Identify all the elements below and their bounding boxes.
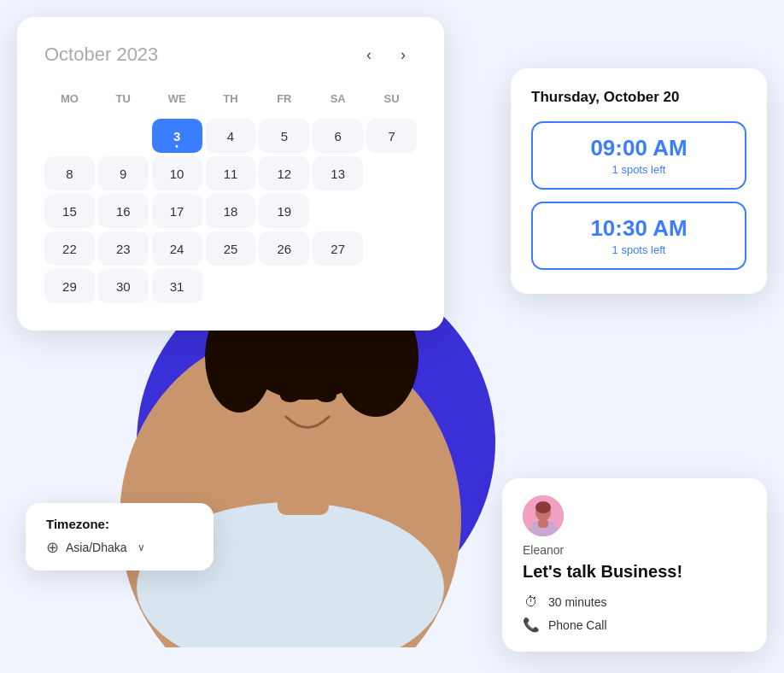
timeslots-card: Thursday, October 20 09:00 AM 1 spots le… <box>511 68 767 294</box>
day-header-th: TH <box>206 89 256 115</box>
day-cell-16[interactable]: 16 <box>98 194 149 228</box>
day-cell-10[interactable]: 10 <box>152 156 202 190</box>
globe-icon: ⊕ <box>46 538 59 557</box>
day-cell-19[interactable]: 19 <box>259 194 309 228</box>
timeslot-1-time: 09:00 AM <box>533 135 745 161</box>
day-cell-25[interactable]: 25 <box>206 231 256 266</box>
day-header-tu: TU <box>98 89 149 115</box>
timezone-label: Timezone: <box>46 517 193 531</box>
day-cell-27[interactable]: 27 <box>313 231 363 266</box>
timezone-value: Asia/Dhaka <box>66 541 127 554</box>
svg-point-16 <box>535 501 551 513</box>
meeting-type-text: Phone Call <box>548 618 607 632</box>
meeting-card: Eleanor Let's talk Business! ⏱ 30 minute… <box>502 478 767 652</box>
day-cell-17[interactable]: 17 <box>152 194 202 228</box>
day-cell-empty-6 <box>366 269 417 303</box>
timeslots-date: Thursday, October 20 <box>531 89 746 106</box>
day-cell-18[interactable]: 18 <box>206 194 256 228</box>
day-header-fr: FR <box>259 89 309 115</box>
timeslot-1-spots: 1 spots left <box>533 163 745 176</box>
day-header-sa: SA <box>313 89 363 115</box>
day-cell-24[interactable]: 24 <box>152 231 202 266</box>
day-cell-26[interactable]: 26 <box>259 231 309 266</box>
day-cell-4[interactable]: 4 <box>206 119 256 153</box>
day-cell-21-cut <box>366 194 417 228</box>
day-cell-6[interactable]: 6 <box>313 119 363 153</box>
day-cell-14-cut <box>366 156 417 190</box>
calendar-card: October 2023 ‹ › MO TU WE TH FR SA SU 3 … <box>17 17 444 331</box>
calendar-month: October <box>44 44 111 65</box>
timezone-selector[interactable]: ⊕ Asia/Dhaka ∨ <box>46 538 193 557</box>
day-header-su: SU <box>366 89 417 115</box>
day-cell-22[interactable]: 22 <box>44 231 95 266</box>
day-cell-8[interactable]: 8 <box>44 156 95 190</box>
day-cell-31[interactable]: 31 <box>152 269 202 303</box>
timeslot-2[interactable]: 10:30 AM 1 spots left <box>531 202 746 270</box>
day-cell-empty-2 <box>98 119 149 153</box>
svg-point-13 <box>316 389 336 402</box>
svg-point-12 <box>280 389 301 402</box>
day-cell-11[interactable]: 11 <box>206 156 256 190</box>
meeting-title: Let's talk Business! <box>523 560 746 582</box>
day-cell-9[interactable]: 9 <box>98 156 149 190</box>
prev-month-button[interactable]: ‹ <box>355 41 383 68</box>
day-header-mo: MO <box>44 89 95 115</box>
day-cell-20-cut <box>313 194 363 228</box>
meeting-name: Eleanor <box>523 543 746 557</box>
phone-icon: 📞 <box>523 617 540 633</box>
day-cell-5[interactable]: 5 <box>259 119 309 153</box>
timeslot-2-time: 10:30 AM <box>533 215 745 242</box>
svg-rect-18 <box>538 519 548 528</box>
next-month-button[interactable]: › <box>389 41 417 68</box>
type-row: 📞 Phone Call <box>523 617 746 633</box>
day-cell-29[interactable]: 29 <box>44 269 95 303</box>
chevron-down-icon: ∨ <box>137 541 145 553</box>
duration-text: 30 minutes <box>548 595 606 609</box>
day-cell-23[interactable]: 23 <box>98 231 149 266</box>
calendar-title: October 2023 <box>44 44 158 66</box>
day-cell-13[interactable]: 13 <box>313 156 363 190</box>
calendar-year: 2023 <box>116 44 158 65</box>
timezone-card: Timezone: ⊕ Asia/Dhaka ∨ <box>26 503 214 571</box>
day-cell-12[interactable]: 12 <box>259 156 309 190</box>
day-cell-empty-3 <box>206 269 256 303</box>
day-cell-3[interactable]: 3 <box>152 119 202 153</box>
timeslot-2-spots: 1 spots left <box>533 243 745 256</box>
day-cell-7[interactable]: 7 <box>366 119 417 153</box>
clock-icon: ⏱ <box>523 594 540 610</box>
day-cell-empty-1 <box>44 119 95 153</box>
svg-rect-7 <box>278 464 329 515</box>
day-cell-15[interactable]: 15 <box>44 194 95 228</box>
meeting-avatar <box>523 495 564 536</box>
meeting-meta: ⏱ 30 minutes 📞 Phone Call <box>523 594 746 633</box>
day-cell-30[interactable]: 30 <box>98 269 149 303</box>
day-cell-28-cut <box>366 231 417 266</box>
day-cell-empty-5 <box>313 269 363 303</box>
calendar-grid: MO TU WE TH FR SA SU 3 4 5 6 7 8 9 10 11… <box>44 89 417 303</box>
timeslot-1[interactable]: 09:00 AM 1 spots left <box>531 121 746 190</box>
day-cell-empty-4 <box>259 269 309 303</box>
calendar-nav: ‹ › <box>355 41 417 68</box>
calendar-header: October 2023 ‹ › <box>44 41 417 68</box>
day-header-we: WE <box>152 89 202 115</box>
duration-row: ⏱ 30 minutes <box>523 594 746 610</box>
